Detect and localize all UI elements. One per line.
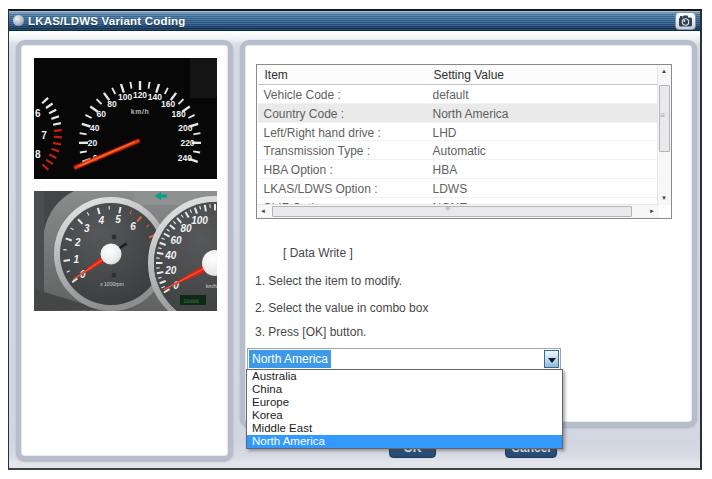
svg-text:40: 40 [90,122,100,132]
svg-text:km/h: km/h [206,283,217,289]
svg-text:240: 240 [178,152,192,162]
svg-text:160: 160 [161,98,175,108]
svg-text:60: 60 [170,235,182,246]
svg-text:7: 7 [41,129,47,140]
svg-text:2: 2 [74,237,81,248]
svg-text:100: 100 [191,215,208,226]
svg-text:60: 60 [97,109,107,119]
svg-text:20: 20 [164,265,177,276]
svg-text:40: 40 [164,249,177,260]
svg-text:8: 8 [35,148,41,159]
svg-text:20: 20 [88,137,98,147]
svg-text:80: 80 [107,98,117,108]
svg-text:3: 3 [84,223,90,234]
svg-text:180: 180 [172,109,186,119]
svg-text:5: 5 [115,214,121,225]
svg-text:18888: 18888 [183,297,199,304]
svg-text:6: 6 [130,221,136,232]
svg-text:140: 140 [148,91,162,101]
svg-text:1: 1 [74,253,80,264]
svg-text:220: 220 [180,137,194,147]
svg-text:200: 200 [178,122,192,132]
svg-text:x 1000rpm: x 1000rpm [100,280,124,286]
svg-text:km/h: km/h [131,108,149,115]
svg-text:120: 120 [133,89,147,99]
svg-text:6: 6 [35,108,41,119]
svg-text:100: 100 [118,91,132,101]
svg-text:4: 4 [98,214,105,225]
